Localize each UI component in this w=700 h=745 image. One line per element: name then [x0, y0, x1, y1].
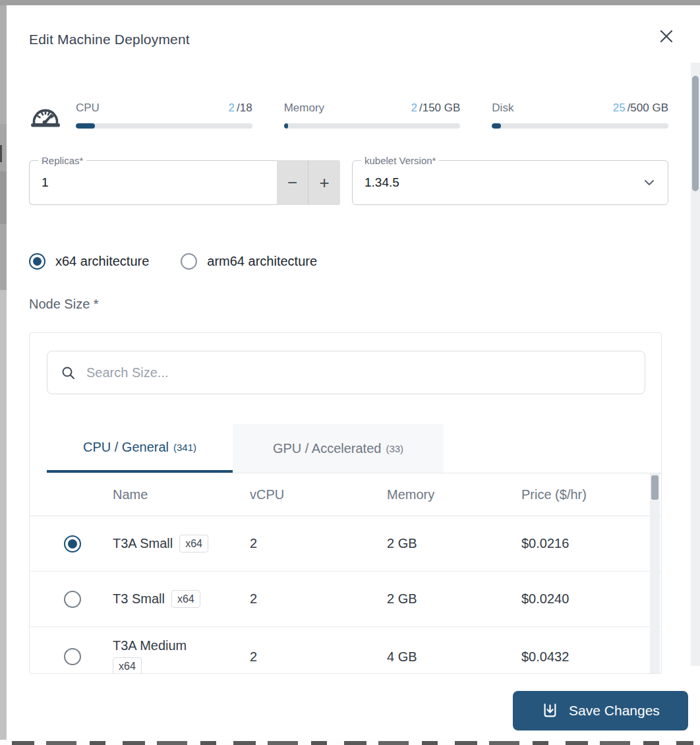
arch-chip: x64 [179, 535, 208, 552]
background-text-fragment [0, 145, 2, 162]
replicas-field: Replicas* [29, 160, 277, 205]
gauge-icon [29, 104, 62, 132]
increment-button[interactable]: + [308, 160, 340, 205]
background-page-top [0, 0, 700, 5]
kubelet-version-value: 1.34.5 [365, 175, 399, 190]
tab-gpu-accelerated[interactable]: GPU / Accelerated (33) [233, 424, 444, 473]
save-changes-label: Save Changes [569, 703, 660, 719]
close-button[interactable] [656, 26, 676, 46]
header-memory: Memory [387, 487, 521, 502]
disk-meter-value: 25/500 GB [613, 102, 668, 115]
memory-meter-label: Memory [284, 102, 324, 115]
table-scrollbar-thumb[interactable] [651, 475, 658, 500]
table-row-t3-small[interactable]: T3 Small x64 2 2 GB $0.0240 [30, 572, 661, 627]
tab-cpu-general[interactable]: CPU / General (341) [47, 424, 233, 473]
size-memory: 4 GB [387, 649, 521, 665]
search-size-input[interactable] [86, 365, 631, 380]
size-table: Name vCPU Memory Price ($/hr) T3A Small … [30, 473, 661, 673]
resource-meters: CPU 2/18 Memory 2/150 GB Disk 25/500 G [29, 102, 668, 132]
size-vcpu: 2 [250, 649, 387, 665]
size-memory: 2 GB [387, 591, 521, 607]
background-page-left [0, 5, 7, 740]
radio-selected-icon [29, 253, 45, 270]
arch-chip: x64 [113, 657, 142, 674]
background-page-bottom [0, 740, 700, 745]
radio-unselected-icon [181, 253, 197, 270]
cpu-meter-label: CPU [76, 102, 100, 115]
kubelet-version-select[interactable]: kubelet Version* 1.34.5 [352, 160, 668, 205]
page-scrollbar-thumb[interactable] [692, 76, 699, 191]
header-name: Name [113, 487, 250, 502]
size-vcpu: 2 [250, 591, 387, 607]
replicas-group: Replicas* − + [29, 160, 340, 205]
disk-progress-bar [492, 123, 668, 129]
close-icon [658, 28, 674, 44]
search-box [47, 351, 645, 394]
header-vcpu: vCPU [250, 487, 387, 502]
edit-machine-deployment-modal: Edit Machine Deployment CPU [7, 5, 691, 740]
header-price: Price ($/hr) [521, 487, 661, 502]
page-scrollbar[interactable] [691, 63, 700, 666]
size-name: T3A Small [113, 536, 173, 551]
node-size-panel: CPU / General (341) GPU / Accelerated (3… [29, 332, 662, 674]
memory-meter: Memory 2/150 GB [284, 102, 461, 129]
save-changes-button[interactable]: Save Changes [513, 691, 688, 730]
cpu-meter-value: 2/18 [229, 102, 252, 115]
row-radio-icon[interactable] [64, 648, 81, 665]
memory-progress-bar [284, 123, 461, 129]
decrement-button[interactable]: − [277, 160, 308, 205]
size-price: $0.0240 [521, 591, 661, 607]
cpu-progress-bar [76, 123, 252, 129]
save-icon [541, 702, 559, 720]
replicas-label: Replicas* [38, 155, 86, 166]
chevron-down-icon [643, 176, 656, 189]
size-tabs: CPU / General (341) GPU / Accelerated (3… [47, 424, 661, 473]
replicas-input[interactable] [30, 175, 277, 190]
replicas-stepper: − + [277, 160, 340, 205]
table-scrollbar[interactable] [650, 473, 660, 673]
row-radio-selected-icon[interactable] [64, 535, 81, 552]
arch-chip: x64 [171, 590, 200, 608]
row-radio-icon[interactable] [64, 591, 81, 608]
node-size-label: Node Size * [29, 297, 668, 312]
disk-meter-label: Disk [492, 102, 513, 115]
cpu-meter: CPU 2/18 [76, 102, 252, 129]
table-header: Name vCPU Memory Price ($/hr) [30, 473, 661, 516]
architecture-options: x64 architecture arm64 architecture [29, 253, 668, 270]
size-vcpu: 2 [250, 536, 387, 551]
disk-meter: Disk 25/500 GB [492, 102, 668, 129]
radio-x64-architecture[interactable]: x64 architecture [29, 253, 149, 270]
size-price: $0.0216 [521, 536, 661, 551]
size-price: $0.0432 [521, 649, 661, 665]
size-memory: 2 GB [387, 536, 521, 551]
search-icon [61, 365, 76, 380]
table-row-t3a-small[interactable]: T3A Small x64 2 2 GB $0.0216 [30, 516, 661, 572]
background-text-fragment [12, 741, 693, 745]
table-row-t3a-medium[interactable]: T3A Medium x64 2 4 GB $0.0432 [30, 627, 661, 674]
kubelet-version-label: kubelet Version* [361, 155, 439, 166]
radio-arm64-architecture[interactable]: arm64 architecture [181, 253, 317, 270]
modal-title: Edit Machine Deployment [29, 32, 668, 47]
form-row: Replicas* − + kubelet Version* 1.34.5 [29, 160, 668, 205]
size-name: T3A Medium [113, 638, 187, 653]
memory-meter-value: 2/150 GB [411, 102, 461, 115]
size-name: T3 Small [113, 591, 165, 607]
